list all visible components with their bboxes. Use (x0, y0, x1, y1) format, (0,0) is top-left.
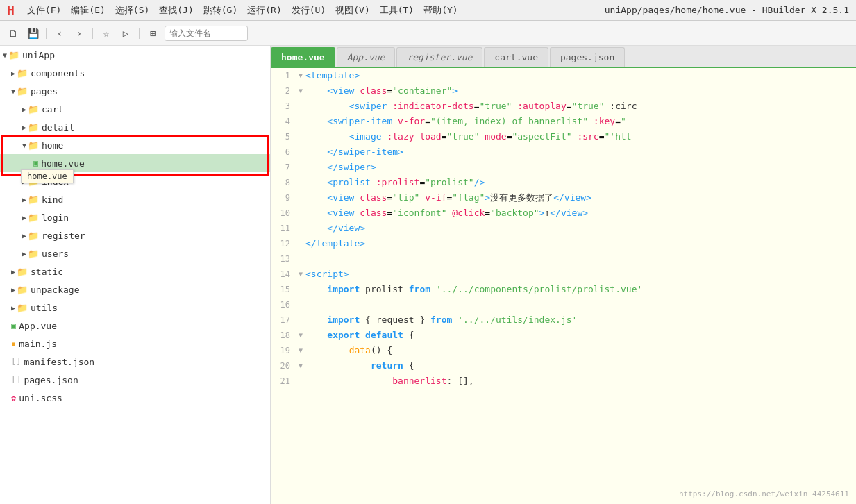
code-line: 20 ▼ return { (271, 358, 856, 373)
sidebar-item-label: register (42, 230, 85, 241)
menu-item-j[interactable]: 查找(J) (155, 3, 197, 18)
tab-bar: home.vue App.vue register.vue cart.vue p… (271, 46, 856, 68)
sidebar-item-cart[interactable]: ▶ 📁 cart (0, 100, 270, 118)
folder-icon-detail: 📁 (28, 122, 39, 133)
sidebar-item-mainjs[interactable]: ▪ main.js (0, 335, 270, 353)
fold-btn[interactable]: ▼ (296, 343, 305, 358)
fold-btn[interactable]: ▼ (296, 68, 305, 83)
sidebar-item-label: cart (42, 104, 63, 115)
tab-appvue[interactable]: App.vue (337, 47, 396, 67)
menu-item-v[interactable]: 视图(V) (331, 3, 374, 18)
line-number: 4 (271, 114, 296, 129)
sidebar-item-manifest[interactable]: [] manifest.json (0, 353, 270, 371)
file-search-input[interactable] (165, 26, 248, 41)
folder-icon-kind: 📁 (28, 194, 39, 205)
menu-item-s[interactable]: 选择(S) (111, 3, 153, 18)
tab-cartvue[interactable]: cart.vue (484, 47, 548, 67)
watermark: https://blog.csdn.net/weixin_44254611 (679, 489, 849, 498)
code-content: <prolist :prolist="prolist"/> (305, 175, 856, 190)
sidebar-item-home[interactable]: ▼ 📁 home (0, 136, 270, 154)
save-icon[interactable]: 💾 (25, 26, 40, 41)
sidebar-item-static[interactable]: ▶ 📁 static (0, 262, 270, 280)
arrow-down-icon-pages: ▼ (11, 87, 15, 95)
menu-item-e[interactable]: 编辑(E) (67, 3, 109, 18)
star-icon[interactable]: ☆ (99, 26, 114, 41)
code-line: 17 import { request } from '../../utils/… (271, 312, 856, 328)
line-number: 6 (271, 144, 296, 160)
code-content: <swiper :indicator-dots="true" :autoplay… (305, 99, 856, 114)
arrow-right-icon-kind: ▶ (22, 196, 26, 203)
folder-icon-cart: 📁 (28, 104, 39, 115)
sidebar-item-label: utils (31, 303, 58, 313)
menu-item-t[interactable]: 工具(T) (376, 3, 418, 18)
sidebar-item-users[interactable]: ▶ 📁 users (0, 244, 270, 262)
arrow-right-icon-unpackage: ▶ (11, 286, 15, 294)
sidebar-item-detail[interactable]: ▶ 📁 detail (0, 118, 270, 136)
line-number: 7 (271, 160, 296, 175)
fold-btn[interactable]: ▼ (296, 267, 305, 282)
folder-icon-home: 📁 (28, 140, 39, 151)
folder-icon-utils: 📁 (17, 303, 28, 313)
code-line: 15 import prolist from '../../components… (271, 282, 856, 297)
menu-item-f[interactable]: 文件(F) (23, 3, 65, 18)
code-content: </swiper-item> (305, 144, 856, 160)
sidebar-item-appvue[interactable]: ▣ App.vue (0, 317, 270, 335)
arrow-down-icon-home: ▼ (22, 142, 26, 149)
forward-icon[interactable]: › (72, 26, 87, 41)
arrow-right-icon-users: ▶ (22, 250, 26, 258)
sidebar-item-utils[interactable]: ▶ 📁 utils (0, 299, 270, 317)
sidebar-item-label: unpackage (31, 285, 79, 295)
back-icon[interactable]: ‹ (52, 26, 67, 41)
tab-pagesjson[interactable]: pages.json (550, 47, 625, 67)
sidebar-item-label: App.vue (19, 321, 57, 331)
menu-item-g[interactable]: 跳转(G) (199, 3, 242, 18)
sidebar: ▼ 📁 uniApp ▶ 📁 components ▼ 📁 pages ▶ 📁 … (0, 46, 271, 504)
sidebar-item-uniscss[interactable]: ✿ uni.scss (0, 389, 270, 407)
title-bar: H 文件(F)编辑(E)选择(S)查找(J)跳转(G)运行(R)发行(U)视图(… (0, 0, 856, 21)
code-line: 12 </template> (271, 236, 856, 251)
menu-item-y[interactable]: 帮助(Y) (419, 3, 462, 18)
fold-btn[interactable]: ▼ (296, 83, 305, 99)
new-file-icon[interactable]: 🗋 (6, 26, 21, 41)
line-number: 3 (271, 99, 296, 114)
file-icon-vue: ▣ (33, 158, 38, 168)
file-icon-scss: ✿ (11, 393, 16, 403)
arrow-right-icon-detail: ▶ (22, 124, 26, 131)
line-number: 8 (271, 175, 296, 190)
file-icon-js: ▪ (11, 339, 16, 348)
line-number: 10 (271, 205, 296, 221)
terminal-icon[interactable]: ⊞ (145, 26, 160, 41)
toolbar-divider-2 (92, 28, 93, 39)
folder-icon-components: 📁 (17, 68, 28, 78)
fold-btn[interactable]: ▼ (296, 328, 305, 343)
sidebar-item-unpackage[interactable]: ▶ 📁 unpackage (0, 280, 270, 299)
sidebar-item-homevue[interactable]: ▣ home.vue home.vue (0, 154, 270, 172)
sidebar-item-kind[interactable]: ▶ 📁 kind (0, 190, 270, 208)
sidebar-item-components[interactable]: ▶ 📁 components (0, 64, 270, 82)
tab-registervue[interactable]: register.vue (396, 47, 482, 67)
folder-icon-login: 📁 (28, 212, 39, 223)
sidebar-item-login[interactable]: ▶ 📁 login (0, 208, 270, 226)
home-folder-section: ▼ 📁 home ▣ home.vue home.vue (0, 136, 270, 172)
code-line: 5 <image :lazy-load="true" mode="aspectF… (271, 129, 856, 144)
sidebar-item-label: detail (42, 122, 74, 133)
sidebar-item-pages[interactable]: ▼ 📁 pages (0, 82, 270, 100)
sidebar-item-pagesjson[interactable]: [] pages.json (0, 371, 270, 389)
menu-item-r[interactable]: 运行(R) (243, 3, 285, 18)
folder-icon-users: 📁 (28, 249, 39, 259)
code-line: 16 (271, 297, 856, 312)
menu-item-u[interactable]: 发行(U) (287, 3, 330, 18)
tab-homevue[interactable]: home.vue (271, 47, 335, 67)
fold-btn[interactable]: ▼ (296, 358, 305, 373)
sidebar-item-register[interactable]: ▶ 📁 register (0, 226, 270, 244)
code-content: <swiper-item v-for="(item, index) of ban… (305, 114, 856, 129)
sidebar-item-root[interactable]: ▼ 📁 uniApp (0, 46, 270, 64)
code-line: 21 bannerlist: [], (271, 373, 856, 389)
code-content: <image :lazy-load="true" mode="aspectFit… (305, 129, 856, 144)
code-line: 18 ▼ export default { (271, 328, 856, 343)
code-content: <view class="container"> (305, 83, 856, 99)
app-logo: H (7, 3, 15, 17)
run-icon[interactable]: ▷ (118, 26, 133, 41)
code-editor[interactable]: 1 ▼ <template> 2 ▼ <view class="containe… (271, 68, 856, 504)
line-number: 21 (271, 373, 296, 389)
